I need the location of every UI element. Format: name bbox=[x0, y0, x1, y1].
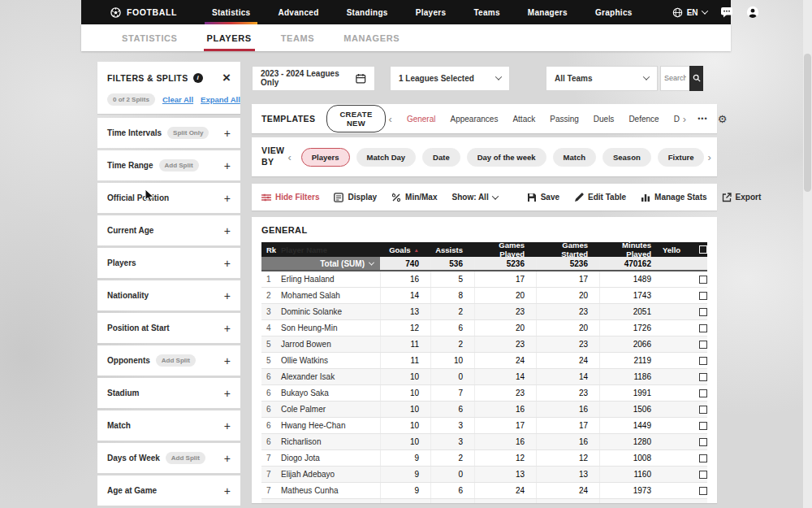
top-nav-item[interactable]: Graphics bbox=[581, 0, 646, 24]
template-tab[interactable]: General bbox=[407, 115, 436, 124]
top-nav-item[interactable]: Managers bbox=[514, 0, 581, 24]
page-scrollbar-thumb[interactable] bbox=[804, 54, 811, 192]
col-header-rk[interactable]: Rk bbox=[261, 245, 281, 254]
template-tab[interactable]: D bbox=[674, 115, 680, 124]
row-checkbox[interactable] bbox=[699, 341, 707, 349]
view-by-pill[interactable]: Players bbox=[301, 148, 350, 167]
row-checkbox[interactable] bbox=[699, 503, 707, 504]
search-button[interactable] bbox=[689, 66, 703, 91]
view-by-pill[interactable]: Match bbox=[553, 148, 596, 167]
col-header-yellow[interactable]: Yello bbox=[663, 245, 687, 254]
language-selector[interactable]: EN bbox=[672, 7, 707, 18]
table-row[interactable]: 2 Mohamed Salah 14 8 20 20 1743 bbox=[261, 288, 707, 304]
table-row[interactable]: 6 Richarlison 10 3 16 16 1280 bbox=[261, 434, 707, 450]
table-row[interactable]: 6 Bukayo Saka 10 7 23 23 1991 bbox=[261, 385, 707, 402]
filter-item[interactable]: Time Intervals Split Only bbox=[97, 118, 240, 148]
table-row[interactable]: 6 Hwang Hee-Chan 10 3 17 17 1449 bbox=[261, 418, 707, 434]
display-button[interactable]: Display bbox=[334, 193, 377, 202]
template-tab[interactable]: Duels bbox=[594, 115, 615, 124]
filter-item[interactable]: Match bbox=[97, 410, 240, 441]
table-row[interactable]: 3 Dominic Solanke 13 2 23 23 2051 bbox=[261, 304, 707, 320]
filter-item[interactable]: Days of Week Add Split bbox=[97, 443, 240, 473]
col-header-minutes-played[interactable]: Minutes Played bbox=[599, 241, 663, 258]
row-checkbox[interactable] bbox=[699, 308, 707, 316]
col-header-player-name[interactable]: Player Name bbox=[281, 245, 380, 254]
row-checkbox[interactable] bbox=[699, 406, 707, 414]
plus-icon[interactable] bbox=[224, 224, 231, 237]
show-select[interactable]: Show: All bbox=[452, 193, 498, 202]
plus-icon[interactable] bbox=[224, 127, 231, 140]
table-row[interactable]: 6 Cole Palmer 10 6 16 16 1506 bbox=[261, 402, 707, 418]
template-tab[interactable]: Appearances bbox=[450, 115, 498, 124]
plus-icon[interactable] bbox=[224, 289, 231, 302]
plus-icon[interactable] bbox=[224, 159, 231, 172]
filter-item[interactable]: Stadium bbox=[97, 378, 240, 408]
filter-item[interactable]: Age at Game bbox=[97, 475, 240, 506]
date-range-picker[interactable]: 2023 - 2024 Leagues Only bbox=[252, 66, 375, 91]
search-input[interactable] bbox=[660, 66, 689, 91]
filter-item[interactable]: Official Position bbox=[97, 183, 240, 213]
secondary-nav-item[interactable]: STATISTICS bbox=[107, 24, 192, 51]
table-row[interactable]: 4 Son Heung-Min 12 6 20 20 1726 bbox=[261, 320, 707, 336]
secondary-nav-item[interactable]: MANAGERS bbox=[329, 24, 414, 51]
manage-stats-button[interactable]: Manage Stats bbox=[641, 193, 706, 202]
row-checkbox[interactable] bbox=[699, 373, 707, 381]
filter-item[interactable]: Current Age bbox=[97, 215, 240, 245]
template-tab[interactable]: Attack bbox=[512, 115, 535, 124]
table-row[interactable]: 7 Matheus Cunha 9 6 24 24 1973 bbox=[261, 483, 707, 499]
teams-select[interactable]: All Teams bbox=[546, 66, 658, 91]
col-header-goals-sorted[interactable]: Goals bbox=[380, 245, 430, 254]
tabs-scroll-left-icon[interactable] bbox=[386, 113, 395, 125]
tabs-scroll-right-icon[interactable] bbox=[680, 113, 689, 125]
expand-all-link[interactable]: Expand All bbox=[201, 95, 240, 104]
edit-table-button[interactable]: Edit Table bbox=[574, 193, 626, 202]
gear-icon[interactable] bbox=[718, 113, 728, 125]
more-options-icon[interactable] bbox=[698, 115, 707, 123]
plus-icon[interactable] bbox=[224, 354, 231, 367]
row-checkbox[interactable] bbox=[699, 324, 707, 332]
top-nav-item[interactable]: Statistics bbox=[198, 0, 264, 24]
pills-scroll-right-icon[interactable] bbox=[704, 151, 714, 163]
view-by-pill[interactable]: Fixture bbox=[658, 148, 705, 167]
leagues-select[interactable]: 1 Leagues Selected bbox=[390, 66, 510, 91]
row-checkbox[interactable] bbox=[699, 292, 707, 300]
plus-icon[interactable] bbox=[224, 452, 231, 465]
filter-item[interactable]: Opponents Add Split bbox=[97, 345, 240, 376]
close-icon[interactable] bbox=[222, 71, 231, 85]
row-checkbox[interactable] bbox=[699, 357, 707, 365]
plus-icon[interactable] bbox=[224, 419, 231, 432]
plus-icon[interactable] bbox=[224, 322, 231, 335]
table-row[interactable]: 9 1 9 9 866 bbox=[261, 499, 707, 503]
filter-item[interactable]: Nationality bbox=[97, 280, 240, 310]
messages-button[interactable] bbox=[720, 7, 733, 18]
plus-icon[interactable] bbox=[224, 484, 231, 497]
col-header-games-started[interactable]: Games Started bbox=[536, 241, 599, 258]
hide-filters-button[interactable]: Hide Filters bbox=[261, 193, 319, 202]
export-button[interactable]: Export bbox=[722, 193, 762, 202]
row-checkbox[interactable] bbox=[699, 454, 707, 462]
row-checkbox[interactable] bbox=[699, 422, 707, 430]
view-by-pill[interactable]: Match Day bbox=[356, 148, 417, 167]
top-nav-item[interactable]: Advanced bbox=[264, 0, 332, 24]
top-nav-item[interactable]: Standings bbox=[333, 0, 402, 24]
table-row[interactable]: 1 Erling Haaland 16 5 17 17 1489 bbox=[261, 271, 707, 288]
row-checkbox[interactable] bbox=[699, 389, 707, 397]
total-aggregate-select[interactable]: Total (SUM) bbox=[261, 257, 380, 270]
secondary-nav-item[interactable]: TEAMS bbox=[266, 24, 330, 51]
view-by-pill[interactable]: Day of the week bbox=[467, 148, 546, 167]
plus-icon[interactable] bbox=[224, 257, 231, 270]
row-checkbox[interactable] bbox=[699, 276, 707, 284]
top-nav-item[interactable]: Players bbox=[402, 0, 460, 24]
create-new-button[interactable]: CREATE NEW bbox=[326, 105, 385, 132]
minmax-button[interactable]: Min/Max bbox=[391, 193, 437, 202]
secondary-nav-item[interactable]: PLAYERS bbox=[192, 24, 266, 51]
clear-all-link[interactable]: Clear All bbox=[162, 95, 193, 104]
table-row[interactable]: 6 Alexander Isak 10 0 14 14 1186 bbox=[261, 369, 707, 385]
plus-icon[interactable] bbox=[224, 387, 231, 400]
row-checkbox[interactable] bbox=[699, 471, 707, 479]
filter-item[interactable]: Position at Start bbox=[97, 313, 240, 343]
info-icon[interactable] bbox=[193, 73, 203, 83]
col-header-games-played[interactable]: Games Played bbox=[474, 241, 536, 258]
table-row[interactable]: 5 Ollie Watkins 11 10 24 24 2119 bbox=[261, 353, 707, 369]
filter-item[interactable]: Players bbox=[97, 248, 240, 278]
